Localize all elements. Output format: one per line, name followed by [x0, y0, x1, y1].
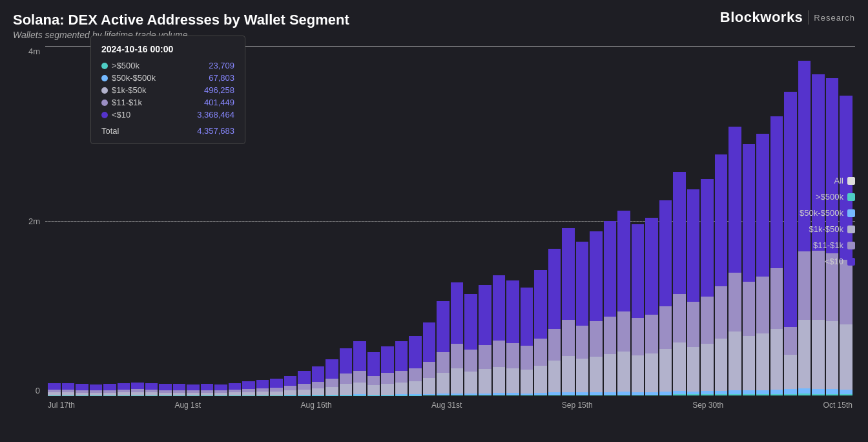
bar-seg	[521, 346, 533, 370]
bar-seg	[437, 373, 450, 394]
bar-seg	[409, 368, 422, 381]
bar-seg	[840, 324, 852, 389]
bar-seg	[840, 260, 852, 324]
bar-seg	[479, 395, 491, 395]
bar-group	[367, 47, 380, 395]
chart-container: Solana: DEX Active Addresses by Wallet S…	[0, 0, 868, 442]
bar-seg	[451, 368, 464, 393]
bar-stack	[687, 189, 700, 395]
bar-seg	[770, 268, 783, 329]
bar-group	[576, 47, 589, 395]
bar-seg	[340, 374, 353, 384]
bar-seg	[798, 394, 811, 395]
bar-seg	[173, 384, 186, 390]
bar-seg	[784, 92, 797, 326]
x-label-jul17: Jul 17th	[48, 401, 75, 410]
bar-stack	[395, 341, 408, 395]
bar-seg	[562, 320, 575, 356]
bar-seg	[326, 387, 338, 395]
bar-seg	[798, 320, 811, 388]
bar-seg	[353, 341, 366, 371]
brand-divider	[808, 10, 809, 25]
bar-seg	[812, 320, 825, 389]
bar-stack	[562, 228, 575, 395]
bar-seg	[728, 332, 741, 390]
bar-seg	[659, 395, 672, 396]
bar-seg	[784, 327, 797, 355]
bar-seg	[145, 383, 158, 390]
bar-seg	[673, 172, 686, 294]
bar-seg	[381, 346, 394, 373]
bar-seg	[534, 270, 547, 339]
bar-group	[451, 47, 464, 395]
tooltip-row: $1k-$50k 496,258	[101, 85, 234, 95]
bar-seg	[826, 321, 839, 389]
bar-seg	[298, 390, 311, 395]
bar-stack	[312, 366, 325, 395]
bar-seg	[270, 379, 283, 388]
bar-seg	[617, 211, 630, 311]
bar-group	[312, 47, 325, 395]
bar-seg	[701, 394, 714, 395]
bar-stack	[90, 384, 103, 395]
bar-group	[340, 47, 353, 395]
bar-stack	[743, 144, 756, 395]
bar-seg	[645, 315, 658, 353]
x-label-sep30: Sep 30th	[692, 401, 723, 410]
bar-seg	[604, 221, 617, 317]
bar-seg	[659, 200, 672, 307]
bar-group	[479, 47, 491, 395]
bar-seg	[548, 249, 561, 329]
bar-seg	[715, 394, 728, 395]
bar-seg	[576, 395, 589, 395]
bar-stack	[118, 383, 130, 395]
bar-seg	[687, 189, 700, 302]
bar-seg	[326, 379, 338, 386]
bar-stack	[576, 242, 589, 395]
bar-stack	[548, 249, 561, 395]
bar-stack	[632, 224, 645, 395]
branding: Blockworks Research	[720, 9, 855, 26]
bar-seg	[353, 371, 366, 383]
bar-group	[673, 47, 686, 395]
legend-item: >$500k	[816, 192, 855, 202]
bar-seg	[673, 342, 686, 391]
bar-seg	[743, 336, 756, 390]
bar-group	[590, 47, 603, 395]
bar-seg	[298, 371, 311, 384]
legend: All>$500k$50k-$500k$1k-$50k$11-$1k<$10	[800, 176, 855, 266]
bar-group	[617, 47, 630, 395]
bar-seg	[312, 366, 325, 382]
bar-seg	[728, 273, 741, 332]
bar-seg	[506, 343, 519, 368]
bar-seg	[284, 390, 297, 395]
bar-seg	[214, 384, 227, 390]
bar-seg	[798, 388, 811, 394]
bar-seg	[548, 395, 561, 395]
bar-stack	[756, 134, 769, 395]
bar-group	[687, 47, 700, 395]
bar-group	[381, 47, 394, 395]
bar-seg	[645, 395, 658, 395]
bar-group	[604, 47, 617, 395]
bar-group	[298, 47, 311, 395]
legend-item: <$10	[825, 257, 855, 266]
bar-seg	[423, 395, 436, 395]
bar-stack	[770, 116, 783, 395]
bar-stack	[62, 383, 75, 395]
bar-seg	[632, 355, 645, 392]
bar-stack	[326, 359, 338, 395]
bar-seg	[506, 395, 519, 395]
bar-group	[395, 47, 408, 395]
bar-seg	[437, 395, 450, 395]
bar-seg	[131, 383, 144, 390]
bar-seg	[479, 369, 491, 393]
brand-name: Blockworks	[720, 9, 803, 26]
bar-seg	[673, 294, 686, 342]
x-label-aug31: Aug 31st	[431, 401, 462, 410]
bar-stack	[534, 270, 547, 395]
bar-seg	[632, 318, 645, 355]
bar-stack	[76, 384, 88, 395]
bar-seg	[367, 376, 380, 386]
tooltip-row: <$10 3,368,464	[101, 110, 234, 120]
